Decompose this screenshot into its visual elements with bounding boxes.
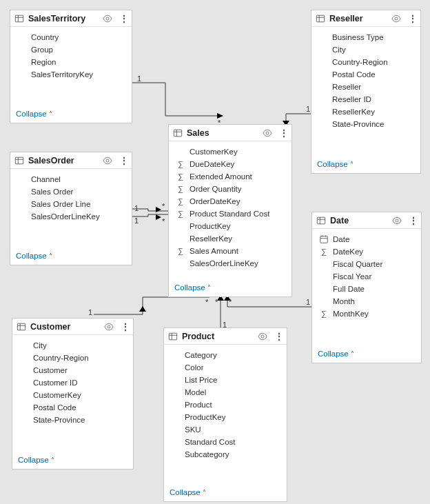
field-row[interactable]: · Standard Cost	[164, 436, 287, 448]
field-row[interactable]: · Sales Order	[10, 185, 132, 198]
field-list: · Channel · Sales Order · Sales Order Li…	[10, 169, 132, 248]
field-row[interactable]: · List Price	[164, 374, 287, 386]
field-list: Date ∑ DateKey · Fiscal Quarter · Fiscal…	[312, 229, 421, 346]
field-row[interactable]: · Model	[164, 386, 287, 399]
svg-rect-35	[169, 333, 176, 340]
sigma-icon: ∑	[319, 248, 329, 256]
more-options-icon[interactable]: ⋮	[118, 156, 127, 165]
field-row[interactable]: · Reseller ID	[311, 93, 420, 105]
field-row[interactable]: · ProductKey	[169, 220, 291, 232]
field-row[interactable]: · Business Type	[311, 31, 420, 43]
field-row[interactable]: ∑ DateKey	[312, 245, 421, 258]
field-row[interactable]: · Customer	[12, 364, 133, 376]
collapse-link[interactable]: Collapse˄	[16, 252, 52, 260]
field-row[interactable]: · Country-Region	[12, 352, 133, 364]
field-row[interactable]: · City	[311, 43, 420, 56]
field-row[interactable]: · Postal Code	[311, 68, 420, 81]
field-row[interactable]: · ResellerKey	[169, 232, 291, 245]
svg-point-22	[266, 132, 269, 134]
field-row[interactable]: · Channel	[10, 173, 132, 185]
field-label: SalesOrderLineKey	[31, 212, 100, 221]
collapse-link[interactable]: Collapse˄	[318, 350, 354, 358]
field-row[interactable]: · Reseller	[311, 81, 420, 93]
field-row[interactable]: · CustomerKey	[12, 389, 133, 401]
card-header: Reseller ⋮	[311, 10, 420, 27]
field-row[interactable]: · Month	[312, 295, 421, 308]
visibility-icon[interactable]	[104, 322, 114, 332]
field-row[interactable]: ∑ MonthKey	[312, 308, 421, 320]
svg-marker-0	[217, 113, 223, 119]
field-row[interactable]: ∑ Extended Amount	[169, 170, 291, 183]
card-title: Reseller	[329, 14, 387, 23]
table-product[interactable]: Product ⋮ · Category · Color · List Pric…	[163, 327, 287, 502]
field-row[interactable]: · Full Date	[312, 283, 421, 295]
collapse-link[interactable]: Collapse˄	[317, 160, 354, 168]
table-sales-territory[interactable]: SalesTerritory ⋮ · Country · Group · Reg…	[10, 10, 132, 123]
svg-marker-2	[156, 207, 161, 212]
field-row[interactable]: ∑ Product Standard Cost	[169, 208, 291, 220]
visibility-icon[interactable]	[258, 332, 267, 341]
field-row[interactable]: · Fiscal Year	[312, 270, 421, 283]
field-label: Full Date	[333, 285, 365, 293]
table-customer[interactable]: Customer ⋮ · City · Country-Region · Cus…	[12, 318, 134, 470]
table-sales[interactable]: Sales ⋮ · CustomerKey ∑ DueDateKey ∑ Ext…	[168, 124, 292, 297]
table-date[interactable]: Date ⋮ Date ∑ DateKey · Fiscal Quarter ·…	[311, 212, 422, 363]
field-row[interactable]: ∑ DueDateKey	[169, 158, 291, 170]
field-row[interactable]: · State-Province	[311, 118, 420, 130]
field-row[interactable]: · CustomerKey	[169, 145, 291, 158]
table-icon	[168, 332, 178, 341]
field-row[interactable]: · SKU	[164, 423, 287, 436]
more-options-icon[interactable]: ⋮	[118, 14, 127, 23]
svg-point-26	[396, 219, 398, 222]
field-label: Reseller	[332, 83, 361, 91]
field-row[interactable]: · Fiscal Quarter	[312, 258, 421, 270]
field-row[interactable]: · Postal Code	[12, 401, 133, 414]
field-row[interactable]: · Product	[164, 399, 287, 411]
field-label: Customer	[33, 366, 68, 374]
more-options-icon[interactable]: ⋮	[119, 322, 129, 332]
field-label: Category	[185, 351, 217, 359]
table-sales-order[interactable]: SalesOrder ⋮ · Channel · Sales Order · S…	[10, 152, 132, 265]
collapse-link[interactable]: Collapse˄	[18, 456, 54, 464]
more-options-icon[interactable]: ⋮	[273, 332, 283, 341]
field-row[interactable]: · Category	[164, 349, 287, 361]
field-row[interactable]: · Subcategory	[164, 448, 287, 461]
table-reseller[interactable]: Reseller ⋮ · Business Type · City · Coun…	[311, 10, 421, 174]
field-row[interactable]: · State-Province	[12, 414, 133, 426]
field-row[interactable]: · Sales Order Line	[10, 198, 132, 210]
visibility-icon[interactable]	[392, 216, 402, 225]
field-row[interactable]: · ResellerKey	[311, 105, 420, 118]
collapse-link[interactable]: Collapse˄	[16, 110, 52, 118]
collapse-link[interactable]: Collapse˄	[174, 283, 211, 292]
field-row[interactable]: · Group	[10, 43, 132, 56]
visibility-icon[interactable]	[391, 14, 401, 23]
chevron-up-icon: ˄	[351, 350, 354, 358]
collapse-link[interactable]: Collapse˄	[170, 488, 206, 496]
field-row[interactable]: · Customer ID	[12, 376, 133, 389]
field-row[interactable]: · Country-Region	[311, 56, 420, 68]
model-diagram-canvas[interactable]: 1 * 1 * 1 1 * * 1 * 1 * 1 * SalesTerrito…	[0, 0, 430, 504]
more-options-icon[interactable]: ⋮	[407, 216, 417, 225]
field-row[interactable]: · ProductKey	[164, 411, 287, 423]
field-row[interactable]: · Color	[164, 361, 287, 374]
field-row[interactable]: · City	[12, 339, 133, 352]
field-label: Extended Amount	[190, 172, 252, 181]
more-options-icon[interactable]: ⋮	[407, 14, 416, 23]
more-options-icon[interactable]: ⋮	[278, 128, 287, 138]
field-row[interactable]: ∑ OrderDateKey	[169, 195, 291, 208]
field-row[interactable]: Date	[312, 233, 421, 245]
field-row[interactable]: ∑ Order Quantity	[169, 183, 291, 195]
field-label: Sales Order Line	[31, 200, 90, 208]
field-row[interactable]: · SalesOrderLineKey	[169, 257, 291, 270]
visibility-icon[interactable]	[263, 128, 272, 138]
visibility-icon[interactable]	[103, 14, 112, 23]
field-row[interactable]: · SalesOrderLineKey	[10, 210, 132, 223]
field-row[interactable]: ∑ Sales Amount	[169, 245, 291, 257]
card-footer: Collapse˄	[169, 280, 291, 296]
table-icon	[14, 14, 24, 23]
visibility-icon[interactable]	[103, 156, 112, 165]
sigma-icon: ∑	[176, 247, 185, 255]
field-row[interactable]: · SalesTerritoryKey	[10, 68, 132, 81]
field-row[interactable]: · Country	[10, 31, 132, 43]
field-row[interactable]: · Region	[10, 56, 132, 68]
